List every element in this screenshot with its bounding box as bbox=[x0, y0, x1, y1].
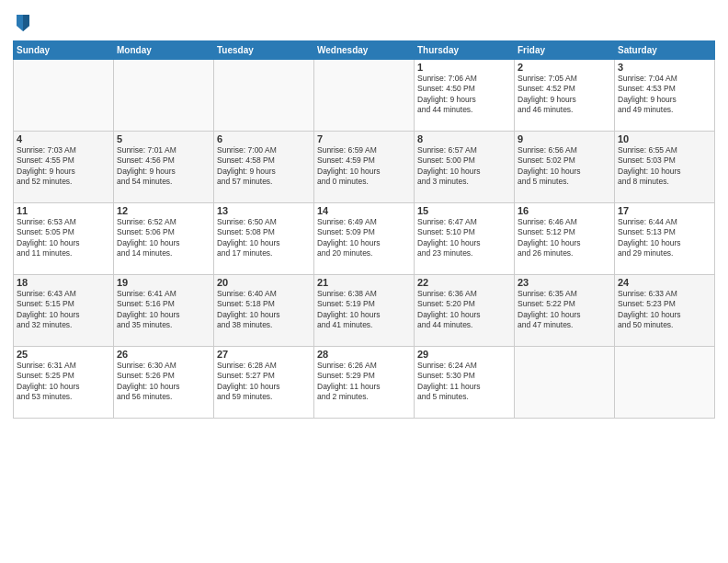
day-number: 15 bbox=[417, 205, 511, 216]
calendar-cell: 6Sunrise: 7:00 AM Sunset: 4:58 PM Daylig… bbox=[214, 132, 314, 203]
day-detail: Sunrise: 7:03 AM Sunset: 4:55 PM Dayligh… bbox=[17, 145, 110, 188]
calendar-cell: 29Sunrise: 6:24 AM Sunset: 5:30 PM Dayli… bbox=[415, 347, 515, 419]
day-number: 27 bbox=[217, 349, 311, 360]
calendar-weekday-sunday: Sunday bbox=[14, 41, 114, 60]
day-number: 28 bbox=[317, 349, 411, 360]
day-detail: Sunrise: 6:49 AM Sunset: 5:09 PM Dayligh… bbox=[317, 217, 411, 259]
calendar-cell: 3Sunrise: 7:04 AM Sunset: 4:53 PM Daylig… bbox=[615, 60, 715, 132]
day-detail: Sunrise: 6:31 AM Sunset: 5:25 PM Dayligh… bbox=[17, 361, 110, 403]
day-number: 2 bbox=[518, 62, 611, 73]
day-detail: Sunrise: 6:35 AM Sunset: 5:22 PM Dayligh… bbox=[518, 289, 611, 331]
day-detail: Sunrise: 6:52 AM Sunset: 5:06 PM Dayligh… bbox=[117, 217, 210, 259]
header bbox=[13, 9, 715, 35]
page: SundayMondayTuesdayWednesdayThursdayFrid… bbox=[0, 0, 728, 563]
calendar-week-row: 1Sunrise: 7:06 AM Sunset: 4:50 PM Daylig… bbox=[14, 60, 715, 132]
calendar-cell: 28Sunrise: 6:26 AM Sunset: 5:29 PM Dayli… bbox=[314, 347, 415, 419]
calendar-cell: 21Sunrise: 6:38 AM Sunset: 5:19 PM Dayli… bbox=[314, 275, 415, 347]
calendar-cell: 7Sunrise: 6:59 AM Sunset: 4:59 PM Daylig… bbox=[314, 132, 415, 203]
day-number: 25 bbox=[17, 349, 110, 360]
calendar-weekday-thursday: Thursday bbox=[415, 41, 515, 60]
day-number: 18 bbox=[17, 277, 110, 288]
calendar-cell: 27Sunrise: 6:28 AM Sunset: 5:27 PM Dayli… bbox=[214, 347, 314, 419]
day-detail: Sunrise: 6:56 AM Sunset: 5:02 PM Dayligh… bbox=[518, 145, 611, 188]
calendar-cell bbox=[515, 347, 615, 419]
day-number: 7 bbox=[317, 133, 411, 144]
day-number: 1 bbox=[417, 62, 511, 73]
day-detail: Sunrise: 6:24 AM Sunset: 5:30 PM Dayligh… bbox=[417, 361, 511, 403]
calendar-cell: 11Sunrise: 6:53 AM Sunset: 5:05 PM Dayli… bbox=[14, 203, 114, 275]
day-detail: Sunrise: 6:30 AM Sunset: 5:26 PM Dayligh… bbox=[117, 361, 210, 403]
day-number: 10 bbox=[618, 133, 711, 144]
day-number: 8 bbox=[417, 133, 511, 144]
calendar-week-row: 4Sunrise: 7:03 AM Sunset: 4:55 PM Daylig… bbox=[14, 132, 715, 203]
day-number: 21 bbox=[317, 277, 411, 288]
calendar-cell: 1Sunrise: 7:06 AM Sunset: 4:50 PM Daylig… bbox=[415, 60, 515, 132]
calendar-cell: 18Sunrise: 6:43 AM Sunset: 5:15 PM Dayli… bbox=[14, 275, 114, 347]
day-detail: Sunrise: 6:40 AM Sunset: 5:18 PM Dayligh… bbox=[217, 289, 311, 331]
day-detail: Sunrise: 7:05 AM Sunset: 4:52 PM Dayligh… bbox=[518, 74, 611, 116]
calendar-week-row: 11Sunrise: 6:53 AM Sunset: 5:05 PM Dayli… bbox=[14, 203, 715, 275]
day-detail: Sunrise: 6:50 AM Sunset: 5:08 PM Dayligh… bbox=[217, 217, 311, 259]
day-number: 3 bbox=[618, 62, 711, 73]
calendar-cell: 20Sunrise: 6:40 AM Sunset: 5:18 PM Dayli… bbox=[214, 275, 314, 347]
calendar-header-row: SundayMondayTuesdayWednesdayThursdayFrid… bbox=[14, 41, 715, 60]
calendar-cell bbox=[314, 60, 415, 132]
day-detail: Sunrise: 6:53 AM Sunset: 5:05 PM Dayligh… bbox=[17, 217, 110, 259]
calendar-cell: 19Sunrise: 6:41 AM Sunset: 5:16 PM Dayli… bbox=[114, 275, 214, 347]
day-detail: Sunrise: 6:43 AM Sunset: 5:15 PM Dayligh… bbox=[17, 289, 110, 331]
day-detail: Sunrise: 6:33 AM Sunset: 5:23 PM Dayligh… bbox=[618, 289, 711, 331]
day-detail: Sunrise: 6:36 AM Sunset: 5:20 PM Dayligh… bbox=[417, 289, 511, 331]
day-number: 17 bbox=[618, 205, 711, 216]
calendar-cell: 24Sunrise: 6:33 AM Sunset: 5:23 PM Dayli… bbox=[615, 275, 715, 347]
day-detail: Sunrise: 7:00 AM Sunset: 4:58 PM Dayligh… bbox=[217, 145, 311, 188]
calendar-cell: 25Sunrise: 6:31 AM Sunset: 5:25 PM Dayli… bbox=[14, 347, 114, 419]
day-detail: Sunrise: 6:28 AM Sunset: 5:27 PM Dayligh… bbox=[217, 361, 311, 403]
calendar-weekday-saturday: Saturday bbox=[615, 41, 715, 60]
calendar-cell: 8Sunrise: 6:57 AM Sunset: 5:00 PM Daylig… bbox=[415, 132, 515, 203]
day-number: 14 bbox=[317, 205, 411, 216]
calendar-cell: 17Sunrise: 6:44 AM Sunset: 5:13 PM Dayli… bbox=[615, 203, 715, 275]
day-number: 19 bbox=[117, 277, 210, 288]
calendar-cell: 4Sunrise: 7:03 AM Sunset: 4:55 PM Daylig… bbox=[14, 132, 114, 203]
calendar-cell bbox=[14, 60, 114, 132]
day-number: 9 bbox=[518, 133, 611, 144]
day-detail: Sunrise: 6:47 AM Sunset: 5:10 PM Dayligh… bbox=[417, 217, 511, 259]
calendar-cell: 10Sunrise: 6:55 AM Sunset: 5:03 PM Dayli… bbox=[615, 132, 715, 203]
logo-icon bbox=[15, 13, 31, 33]
day-number: 12 bbox=[117, 205, 210, 216]
calendar-cell: 26Sunrise: 6:30 AM Sunset: 5:26 PM Dayli… bbox=[114, 347, 214, 419]
calendar-cell: 2Sunrise: 7:05 AM Sunset: 4:52 PM Daylig… bbox=[515, 60, 615, 132]
day-detail: Sunrise: 6:57 AM Sunset: 5:00 PM Dayligh… bbox=[417, 145, 511, 188]
calendar-weekday-wednesday: Wednesday bbox=[314, 41, 415, 60]
day-number: 26 bbox=[117, 349, 210, 360]
day-detail: Sunrise: 6:44 AM Sunset: 5:13 PM Dayligh… bbox=[618, 217, 711, 259]
day-detail: Sunrise: 7:06 AM Sunset: 4:50 PM Dayligh… bbox=[417, 74, 511, 116]
day-number: 16 bbox=[518, 205, 611, 216]
calendar-weekday-tuesday: Tuesday bbox=[214, 41, 314, 60]
day-number: 24 bbox=[618, 277, 711, 288]
calendar-cell bbox=[214, 60, 314, 132]
calendar-cell: 9Sunrise: 6:56 AM Sunset: 5:02 PM Daylig… bbox=[515, 132, 615, 203]
svg-marker-1 bbox=[23, 15, 29, 31]
day-detail: Sunrise: 6:26 AM Sunset: 5:29 PM Dayligh… bbox=[317, 361, 411, 403]
day-number: 29 bbox=[417, 349, 511, 360]
day-detail: Sunrise: 6:41 AM Sunset: 5:16 PM Dayligh… bbox=[117, 289, 210, 331]
calendar-cell bbox=[615, 347, 715, 419]
calendar-cell: 23Sunrise: 6:35 AM Sunset: 5:22 PM Dayli… bbox=[515, 275, 615, 347]
day-detail: Sunrise: 6:38 AM Sunset: 5:19 PM Dayligh… bbox=[317, 289, 411, 331]
calendar-cell: 5Sunrise: 7:01 AM Sunset: 4:56 PM Daylig… bbox=[114, 132, 214, 203]
calendar-week-row: 25Sunrise: 6:31 AM Sunset: 5:25 PM Dayli… bbox=[14, 347, 715, 419]
logo bbox=[13, 13, 31, 35]
day-number: 6 bbox=[217, 133, 311, 144]
day-detail: Sunrise: 6:55 AM Sunset: 5:03 PM Dayligh… bbox=[618, 145, 711, 188]
day-detail: Sunrise: 7:04 AM Sunset: 4:53 PM Dayligh… bbox=[618, 74, 711, 116]
calendar-cell: 16Sunrise: 6:46 AM Sunset: 5:12 PM Dayli… bbox=[515, 203, 615, 275]
calendar-cell bbox=[114, 60, 214, 132]
day-detail: Sunrise: 6:46 AM Sunset: 5:12 PM Dayligh… bbox=[518, 217, 611, 259]
calendar-weekday-friday: Friday bbox=[515, 41, 615, 60]
calendar-week-row: 18Sunrise: 6:43 AM Sunset: 5:15 PM Dayli… bbox=[14, 275, 715, 347]
day-detail: Sunrise: 6:59 AM Sunset: 4:59 PM Dayligh… bbox=[317, 145, 411, 188]
calendar-table: SundayMondayTuesdayWednesdayThursdayFrid… bbox=[13, 40, 715, 419]
day-number: 22 bbox=[417, 277, 511, 288]
day-number: 20 bbox=[217, 277, 311, 288]
